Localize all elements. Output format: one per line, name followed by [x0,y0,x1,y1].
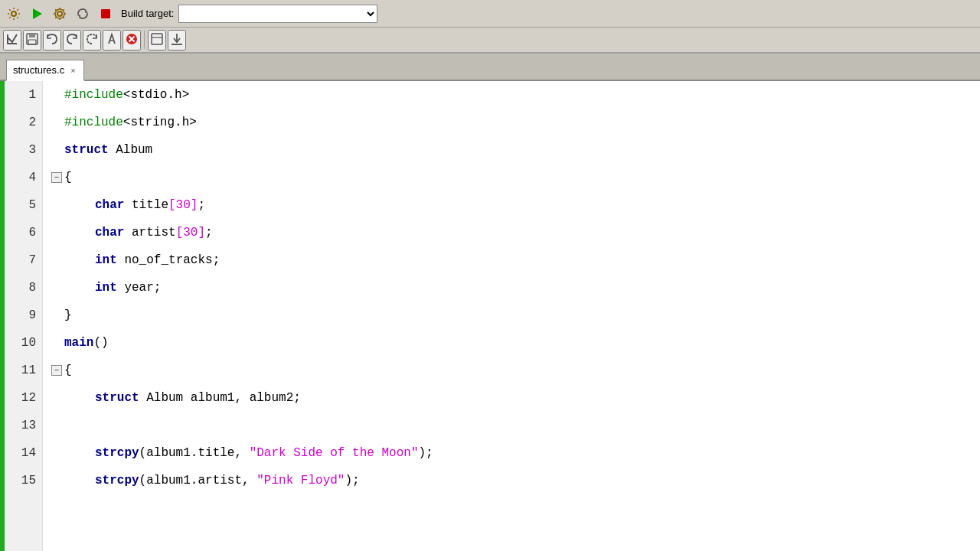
line-numbers: 1 2 3 4 5 6 7 8 9 10 11 12 13 14 15 [5,81,43,551]
ln-8: 8 [5,274,42,302]
line-2-content: #include<string.h> [64,109,197,136]
toolbar-top: Build target: [0,0,980,28]
ln-3: 3 [5,136,42,164]
build-target-label: Build target: [121,8,174,19]
fold-box-11[interactable]: − [51,365,62,376]
stop-button[interactable] [95,3,116,24]
cancel-button[interactable] [122,30,141,51]
code-line-15: strcpy(album1.artist, "Pink Floyd"); [49,467,980,494]
code-line-12: struct Album album1, album2; [49,384,980,412]
line-13-content [64,412,72,439]
ln-7: 7 [5,246,42,274]
svg-rect-6 [29,34,35,37]
tab-filename: structures.c [13,64,64,76]
code-line-7: int no_of_tracks; [49,246,980,274]
svg-point-2 [57,11,62,16]
build-target-select[interactable] [178,5,377,23]
ln-6: 6 [5,219,42,246]
layout-button[interactable] [148,30,166,51]
fold-4[interactable]: − [49,172,64,183]
code-line-1: #include<stdio.h> [49,81,980,109]
code-line-11: − { [49,357,980,384]
line-7-content: int no_of_tracks; [64,246,220,274]
code-line-8: int year; [49,274,980,302]
ln-2: 2 [5,109,42,136]
ln-9: 9 [5,302,42,329]
fold-box-4[interactable]: − [51,172,62,183]
ln-13: 13 [5,412,42,439]
settings-button[interactable] [3,3,24,24]
fold-11[interactable]: − [49,365,64,376]
line-5-content: char title[30]; [64,191,205,219]
svg-rect-12 [152,34,162,44]
wizard-button[interactable] [103,30,121,51]
ln-10: 10 [5,329,42,357]
ln-4: 4 [5,164,42,191]
line-8-content: int year; [64,274,161,302]
code-line-9: } [49,302,980,329]
line-6-content: char artist[30]; [64,219,213,246]
code-line-4: − { [49,164,980,191]
ln-12: 12 [5,384,42,412]
line-12-content: struct Album album1, album2; [64,384,301,412]
line-11-content: { [64,357,72,384]
ln-5: 5 [5,191,42,219]
ln-15: 15 [5,467,42,494]
code-line-10: main() [49,329,980,357]
build-button[interactable] [49,3,70,24]
editor-area[interactable]: 1 2 3 4 5 6 7 8 9 10 11 12 13 14 15 #inc… [0,81,980,551]
code-line-2: #include<string.h> [49,109,980,136]
ln-11: 11 [5,357,42,384]
code-lines[interactable]: #include<stdio.h> #include<string.h> str… [43,81,980,551]
svg-point-3 [55,9,64,18]
ln-14: 14 [5,439,42,467]
code-line-5: char title[30]; [49,191,980,219]
line-9-content: } [64,302,72,329]
install-button[interactable] [168,30,186,51]
undo-button[interactable] [43,30,61,51]
line-15-content: strcpy(album1.artist, "Pink Floyd"); [64,467,360,494]
svg-point-0 [11,11,16,16]
svg-rect-7 [28,40,36,44]
svg-rect-4 [101,9,110,18]
code-line-3: struct Album [49,136,980,164]
tab-bar: structures.c × [0,54,980,81]
line-1-content: #include<stdio.h> [64,81,189,109]
redo2-button[interactable] [83,30,101,51]
ln-1: 1 [5,81,42,109]
line-4-content: { [64,164,72,191]
toolbar-second [0,28,980,54]
tab-close-button[interactable]: × [69,66,77,75]
line-14-content: strcpy(album1.title, "Dark Side of the M… [64,439,433,467]
tab-structures-c[interactable]: structures.c × [6,60,84,81]
svg-marker-1 [33,8,42,19]
save-button[interactable] [23,30,41,51]
code-line-14: strcpy(album1.title, "Dark Side of the M… [49,439,980,467]
code-line-13 [49,412,980,439]
refresh-button[interactable] [72,3,93,24]
toolbar-divider-1 [144,31,145,49]
code-line-6: char artist[30]; [49,219,980,246]
line-10-content: main() [64,329,109,357]
line-3-content: struct Album [64,136,152,164]
import-button[interactable] [3,30,21,51]
redo-button[interactable] [63,30,81,51]
code-content: 1 2 3 4 5 6 7 8 9 10 11 12 13 14 15 #inc… [0,81,980,551]
run-button[interactable] [26,3,47,24]
